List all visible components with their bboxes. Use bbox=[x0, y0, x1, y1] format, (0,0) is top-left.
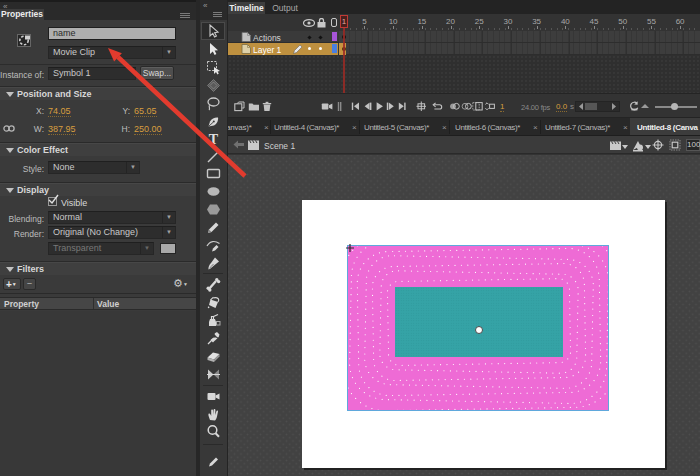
svg-text:T: T bbox=[209, 131, 219, 146]
